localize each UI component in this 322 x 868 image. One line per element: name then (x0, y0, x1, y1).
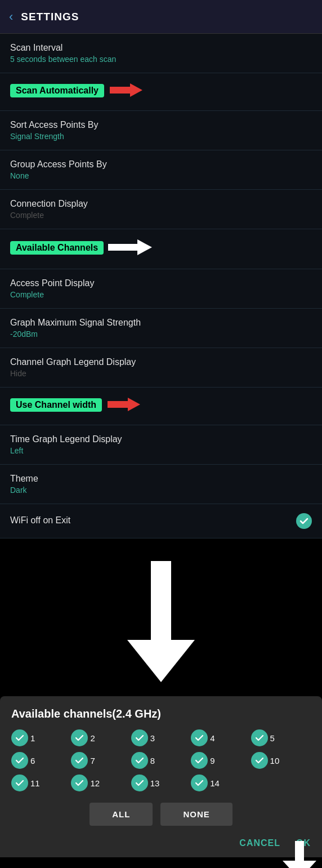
channel-item-11[interactable]: 11 (11, 774, 71, 791)
time-graph-legend-value: Left (10, 446, 312, 455)
channel-label-8: 8 (150, 756, 155, 765)
channel-check-4 (191, 729, 208, 746)
wifi-off-exit-check (296, 513, 312, 529)
channel-item-9[interactable]: 9 (191, 752, 251, 769)
dialog-buttons-row: ALL NONE (11, 803, 311, 826)
sort-access-points-value: Signal Strength (10, 132, 312, 141)
channel-check-13 (131, 774, 148, 791)
channel-check-2 (71, 729, 88, 746)
setting-connection-display[interactable]: Connection Display Complete (0, 190, 322, 229)
channel-item-13[interactable]: 13 (131, 774, 191, 791)
dialog-title: Available channels(2.4 GHz) (11, 707, 311, 720)
channel-graph-legend-value: Hide (10, 369, 312, 378)
red-arrow-right-icon (110, 82, 144, 100)
channel-label-12: 12 (90, 778, 100, 788)
annotation-section (0, 538, 322, 696)
setting-use-channel-width[interactable]: Use Channel width (0, 388, 322, 425)
channel-item-10[interactable]: 10 (251, 752, 311, 769)
setting-group-access-points[interactable]: Group Access Points By None (0, 150, 322, 190)
svg-marker-2 (108, 398, 140, 411)
channel-item-12[interactable]: 12 (71, 774, 131, 791)
graph-max-signal-label: Graph Maximum Signal Strength (10, 318, 312, 328)
channel-label-13: 13 (150, 778, 160, 788)
channel-check-8 (131, 752, 148, 769)
setting-theme[interactable]: Theme Dark (0, 465, 322, 504)
channel-label-3: 3 (150, 733, 155, 743)
setting-channel-graph-legend[interactable]: Channel Graph Legend Display Hide (0, 348, 322, 388)
back-button[interactable]: ‹ (9, 10, 13, 24)
channel-check-1 (11, 729, 28, 746)
scan-interval-label: Scan Interval (10, 43, 312, 53)
available-channels-highlight: Available Channels (10, 241, 104, 255)
channel-item-1[interactable]: 1 (11, 729, 71, 746)
channels-grid: 1 2 3 4 5 6 (11, 729, 311, 795)
dialog-actions: CANCEL OK (11, 834, 311, 852)
large-arrow-down (127, 544, 195, 691)
scan-interval-value: 5 seconds between each scan (10, 55, 312, 64)
channel-item-14[interactable]: 14 (191, 774, 251, 791)
theme-value: Dark (10, 486, 312, 495)
setting-scan-automatically[interactable]: Scan Automatically (0, 73, 322, 111)
channel-label-6: 6 (30, 756, 35, 765)
channel-check-11 (11, 774, 28, 791)
available-channels-dialog: Available channels(2.4 GHz) 1 2 3 4 (0, 696, 322, 857)
channel-item-8[interactable]: 8 (131, 752, 191, 769)
setting-sort-access-points[interactable]: Sort Access Points By Signal Strength (0, 111, 322, 150)
setting-wifi-off-exit[interactable]: WiFi off on Exit (0, 504, 322, 538)
svg-marker-0 (110, 83, 142, 97)
wifi-off-exit-label: WiFi off on Exit (10, 515, 70, 526)
channel-label-5: 5 (270, 733, 275, 743)
channel-check-5 (251, 729, 268, 746)
red-arrow-right-2-icon (108, 397, 141, 415)
channel-item-5[interactable]: 5 (251, 729, 311, 746)
settings-header: ‹ SETTINGS (0, 0, 322, 34)
svg-marker-6 (283, 861, 316, 868)
graph-max-signal-value: -20dBm (10, 330, 312, 339)
white-arrow-right-icon (108, 238, 153, 259)
channel-check-9 (191, 752, 208, 769)
setting-access-point-display[interactable]: Access Point Display Complete (0, 269, 322, 309)
channel-label-14: 14 (210, 778, 220, 788)
ok-arrow-icon (283, 841, 316, 868)
channel-check-3 (131, 729, 148, 746)
channel-check-10 (251, 752, 268, 769)
channel-graph-legend-label: Channel Graph Legend Display (10, 357, 312, 367)
connection-display-label: Connection Display (10, 199, 312, 209)
channel-label-1: 1 (30, 733, 35, 743)
connection-display-value: Complete (10, 211, 312, 220)
access-point-display-label: Access Point Display (10, 278, 312, 288)
sort-access-points-label: Sort Access Points By (10, 120, 312, 130)
channel-item-4[interactable]: 4 (191, 729, 251, 746)
svg-rect-3 (151, 561, 171, 646)
theme-label: Theme (10, 474, 312, 484)
svg-marker-4 (127, 640, 195, 682)
channel-item-6[interactable]: 6 (11, 752, 71, 769)
channel-label-4: 4 (210, 733, 214, 743)
page-title: SETTINGS (21, 11, 79, 23)
btn-all[interactable]: ALL (90, 803, 153, 826)
group-access-points-value: None (10, 171, 312, 180)
setting-available-channels[interactable]: Available Channels (0, 229, 322, 269)
channel-check-14 (191, 774, 208, 791)
channel-check-6 (11, 752, 28, 769)
access-point-display-value: Complete (10, 290, 312, 299)
channel-label-7: 7 (90, 756, 95, 765)
channel-check-7 (71, 752, 88, 769)
channel-item-3[interactable]: 3 (131, 729, 191, 746)
channel-label-11: 11 (30, 778, 40, 788)
setting-time-graph-legend[interactable]: Time Graph Legend Display Left (0, 425, 322, 465)
setting-scan-interval[interactable]: Scan Interval 5 seconds between each sca… (0, 34, 322, 73)
channel-label-2: 2 (90, 733, 95, 743)
channel-check-12 (71, 774, 88, 791)
setting-graph-max-signal[interactable]: Graph Maximum Signal Strength -20dBm (0, 309, 322, 348)
channel-label-9: 9 (210, 756, 214, 765)
channel-item-2[interactable]: 2 (71, 729, 131, 746)
btn-none[interactable]: NONE (160, 803, 232, 826)
time-graph-legend-label: Time Graph Legend Display (10, 434, 312, 444)
channel-label-10: 10 (270, 756, 280, 765)
btn-cancel[interactable]: CANCEL (239, 838, 280, 848)
channel-item-7[interactable]: 7 (71, 752, 131, 769)
group-access-points-label: Group Access Points By (10, 159, 312, 170)
scan-automatically-highlight: Scan Automatically (10, 84, 104, 97)
svg-marker-1 (108, 239, 152, 255)
